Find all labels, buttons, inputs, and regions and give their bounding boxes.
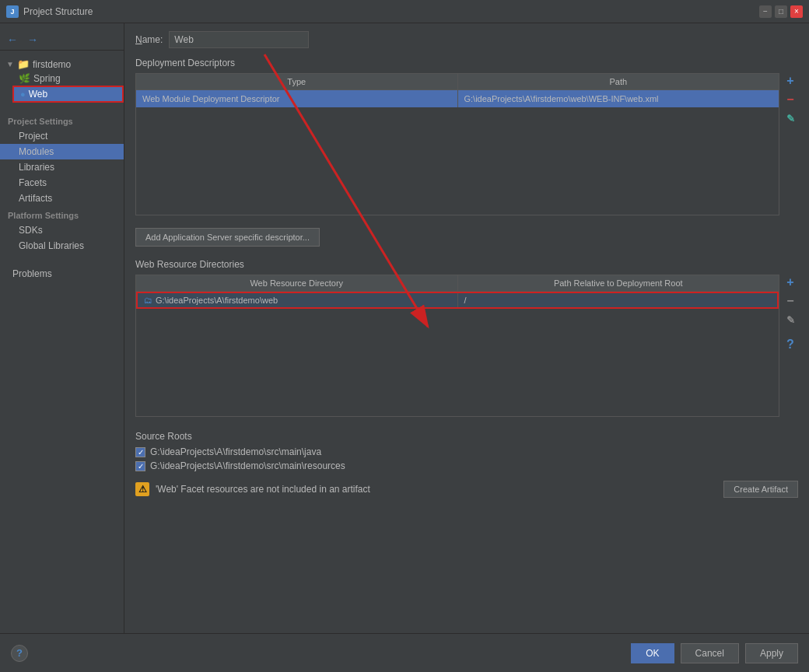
- col-type: Type: [136, 74, 458, 89]
- cell-web-dir: 🗂 G:\ideaProjects\A\firstdemo\web: [138, 293, 458, 307]
- window-title: Project Structure: [23, 6, 755, 17]
- edit-deployment-button[interactable]: ✎: [783, 110, 798, 126]
- folder-icon: 📁: [17, 58, 30, 70]
- help-button[interactable]: ?: [11, 645, 28, 662]
- forward-button[interactable]: →: [25, 33, 40, 47]
- module-tree: ▼ 📁 firstdemo 🌿 Spring ● Web: [0, 54, 124, 106]
- checkbox-1[interactable]: ✓: [135, 447, 145, 457]
- modules-label: Modules: [19, 146, 54, 157]
- libraries-label: Libraries: [19, 162, 54, 173]
- warning-icon: ⚠: [135, 482, 149, 496]
- name-label: Name:: [135, 34, 163, 45]
- close-button[interactable]: ×: [790, 5, 803, 18]
- source-roots-title: Source Roots: [135, 431, 798, 442]
- col-web-resource-dir: Web Resource Directory: [136, 275, 458, 291]
- source-root-path-2: G:\ideaProjects\A\firstdemo\src\main\res…: [150, 460, 345, 471]
- deployment-side-buttons: + − ✎: [779, 73, 798, 222]
- global-libraries-label: Global Libraries: [19, 240, 84, 251]
- sidebar-item-sdks[interactable]: SDKs: [0, 222, 124, 238]
- content-area: Name: Deployment Descriptors Type Path W…: [124, 23, 809, 633]
- deployment-table-header: Type Path: [136, 74, 779, 90]
- name-input[interactable]: [169, 31, 309, 48]
- sdks-label: SDKs: [19, 225, 43, 236]
- deployment-descriptors-title: Deployment Descriptors: [135, 58, 798, 68]
- sidebar-item-project[interactable]: Project: [0, 128, 124, 144]
- web-resource-header: Web Resource Directory Path Relative to …: [136, 275, 779, 292]
- web-resource-body: 🗂 G:\ideaProjects\A\firstdemo\web /: [136, 292, 779, 416]
- add-deployment-button[interactable]: +: [783, 73, 798, 89]
- deployment-table-wrapper: Type Path Web Module Deployment Descript…: [135, 73, 779, 222]
- cell-rel-path: /: [458, 293, 778, 307]
- bottom-bar: ? OK Cancel Apply: [0, 633, 809, 672]
- facets-label: Facets: [19, 177, 47, 188]
- cell-path: G:\ideaProjects\A\firstdemo\web\WEB-INF\…: [458, 90, 779, 107]
- web-resource-row[interactable]: 🗂 G:\ideaProjects\A\firstdemo\web /: [136, 292, 779, 309]
- deployment-table-container: Type Path Web Module Deployment Descript…: [135, 73, 798, 222]
- web-resource-side-buttons: + − ✎ ?: [779, 275, 798, 423]
- table-row[interactable]: Web Module Deployment Descriptor G:\idea…: [136, 90, 779, 107]
- ok-button[interactable]: OK: [631, 643, 674, 663]
- web-resource-table-wrapper: Web Resource Directory Path Relative to …: [135, 275, 779, 423]
- spring-icon: 🌿: [19, 73, 30, 84]
- sidebar-toolbar: ← →: [0, 30, 124, 51]
- module-icon: ●: [20, 89, 26, 99]
- source-root-path-1: G:\ideaProjects\A\firstdemo\src\main\jav…: [150, 446, 321, 457]
- col-path: Path: [458, 74, 779, 89]
- app-icon: J: [6, 5, 19, 18]
- source-root-1: ✓ G:\ideaProjects\A\firstdemo\src\main\j…: [135, 446, 798, 457]
- source-roots-section: Source Roots ✓ G:\ideaProjects\A\firstde…: [135, 431, 798, 471]
- deployment-table: Type Path Web Module Deployment Descript…: [135, 73, 779, 215]
- minimize-button[interactable]: −: [759, 5, 772, 18]
- remove-deployment-button[interactable]: −: [783, 92, 798, 107]
- checkbox-2[interactable]: ✓: [135, 461, 145, 471]
- main-container: ← → ▼ 📁 firstdemo 🌿 Spring ● Web: [0, 23, 809, 633]
- add-descriptor-button[interactable]: Add Application Server specific descript…: [135, 228, 320, 247]
- window-controls: − □ ×: [759, 5, 803, 18]
- col-path-relative: Path Relative to Deployment Root: [458, 275, 779, 291]
- sidebar-item-facets[interactable]: Facets: [0, 175, 124, 191]
- problems-label: Problems: [12, 268, 52, 279]
- warning-text: 'Web' Facet resources are not included i…: [156, 484, 370, 495]
- tree-label-firstdemo: firstdemo: [33, 59, 71, 70]
- platform-settings-label: Platform Settings: [0, 206, 124, 222]
- project-label: Project: [19, 131, 47, 142]
- maximize-button[interactable]: □: [775, 5, 787, 18]
- tree-children: 🌿 Spring ● Web: [0, 72, 124, 103]
- remove-web-resource-button[interactable]: −: [783, 293, 798, 309]
- tree-web[interactable]: ● Web: [12, 86, 124, 103]
- title-bar: J Project Structure − □ ×: [0, 0, 809, 23]
- project-settings-label: Project Settings: [0, 112, 124, 128]
- sidebar-item-problems[interactable]: Problems: [0, 266, 124, 282]
- apply-button[interactable]: Apply: [745, 643, 798, 663]
- sidebar: ← → ▼ 📁 firstdemo 🌿 Spring ● Web: [0, 23, 124, 633]
- sidebar-item-global-libraries[interactable]: Global Libraries: [0, 238, 124, 254]
- tree-label-web: Web: [29, 89, 47, 100]
- cell-type: Web Module Deployment Descriptor: [136, 90, 458, 107]
- tree-firstdemo[interactable]: ▼ 📁 firstdemo: [0, 57, 124, 72]
- sidebar-item-artifacts[interactable]: Artifacts: [0, 191, 124, 206]
- add-web-resource-button[interactable]: +: [783, 275, 798, 290]
- folder-small-icon: 🗂: [144, 296, 152, 305]
- edit-web-resource-button[interactable]: ✎: [783, 312, 798, 327]
- create-artifact-button[interactable]: Create Artifact: [723, 481, 798, 498]
- sidebar-item-libraries[interactable]: Libraries: [0, 159, 124, 175]
- deployment-table-body: Web Module Deployment Descriptor G:\idea…: [136, 90, 779, 215]
- source-root-2: ✓ G:\ideaProjects\A\firstdemo\src\main\r…: [135, 460, 798, 471]
- web-resource-table: Web Resource Directory Path Relative to …: [135, 275, 779, 417]
- tree-arrow-firstdemo: ▼: [6, 60, 14, 68]
- tree-label-spring: Spring: [33, 73, 61, 84]
- help-web-resource-button[interactable]: ?: [783, 337, 798, 352]
- name-field-row: Name:: [135, 31, 798, 48]
- tree-spring[interactable]: 🌿 Spring: [12, 72, 124, 86]
- sidebar-item-modules[interactable]: Modules: [0, 144, 124, 159]
- web-resource-table-container: Web Resource Directory Path Relative to …: [135, 275, 798, 423]
- cancel-button[interactable]: Cancel: [681, 643, 739, 663]
- artifacts-label: Artifacts: [19, 193, 52, 204]
- back-button[interactable]: ←: [5, 33, 20, 47]
- warning-row: ⚠ 'Web' Facet resources are not included…: [135, 478, 798, 501]
- web-resource-title: Web Resource Directories: [135, 259, 798, 270]
